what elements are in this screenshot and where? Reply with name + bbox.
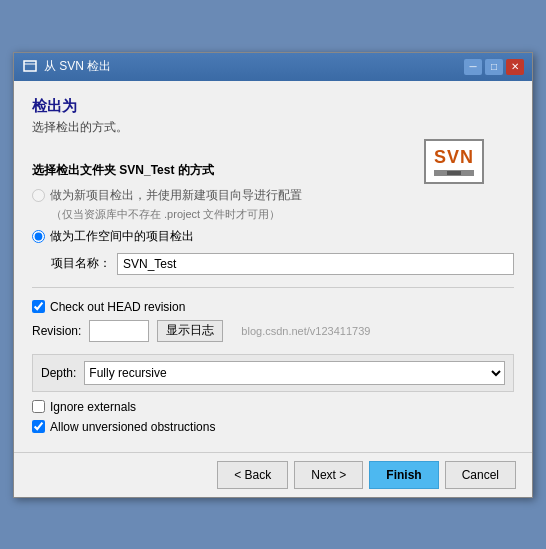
cancel-button[interactable]: Cancel [445, 461, 516, 489]
radio-new-project[interactable] [32, 189, 45, 202]
next-button[interactable]: Next > [294, 461, 363, 489]
radio-workspace-label: 做为工作空间中的项目检出 [50, 228, 194, 245]
depth-row: Depth: Fully recursive Immediate childre… [32, 354, 514, 392]
window-title: 从 SVN 检出 [44, 58, 111, 75]
head-revision-label: Check out HEAD revision [50, 300, 185, 314]
dialog-footer: < Back Next > Finish Cancel [14, 452, 532, 497]
main-window: 从 SVN 检出 ─ □ ✕ 检出为 选择检出的方式。 SVN 选择检 [13, 52, 533, 498]
finish-button[interactable]: Finish [369, 461, 438, 489]
radio-new-project-label: 做为新项目检出，并使用新建项目向导进行配置 [50, 187, 302, 204]
dialog-content: 检出为 选择检出的方式。 SVN 选择检出文件夹 SVN_Test 的方式 做为… [14, 81, 532, 452]
back-button[interactable]: < Back [217, 461, 288, 489]
revision-label: Revision: [32, 324, 81, 338]
depth-select[interactable]: Fully recursive Immediate children Only … [84, 361, 505, 385]
divider-1 [32, 287, 514, 288]
show-log-button[interactable]: 显示日志 [157, 320, 223, 342]
head-revision-checkbox[interactable] [32, 300, 45, 313]
allow-unversioned-checkbox[interactable] [32, 420, 45, 433]
revision-input[interactable] [89, 320, 149, 342]
page-title: 检出为 [32, 97, 514, 116]
allow-unversioned-label: Allow unversioned obstructions [50, 420, 215, 434]
depth-label: Depth: [41, 366, 76, 380]
watermark-text: blog.csdn.net/v123411739 [241, 325, 370, 337]
ignore-externals-label: Ignore externals [50, 400, 136, 414]
revision-row: Revision: 显示日志 blog.csdn.net/v123411739 [32, 320, 514, 342]
radio-workspace[interactable] [32, 230, 45, 243]
ignore-externals-row: Ignore externals [32, 400, 514, 414]
window-controls: ─ □ ✕ [464, 59, 524, 75]
maximize-button[interactable]: □ [485, 59, 503, 75]
close-button[interactable]: ✕ [506, 59, 524, 75]
window-icon [22, 59, 38, 75]
radio-new-project-sub: （仅当资源库中不存在 .project 文件时才可用） [51, 207, 514, 222]
head-revision-row: Check out HEAD revision [32, 300, 514, 314]
radio-option-new-project[interactable]: 做为新项目检出，并使用新建项目向导进行配置 [32, 187, 514, 204]
project-name-row: 项目名称： [51, 253, 514, 275]
allow-unversioned-row: Allow unversioned obstructions [32, 420, 514, 434]
page-subtitle: 选择检出的方式。 [32, 119, 514, 136]
radio-option-workspace[interactable]: 做为工作空间中的项目检出 [32, 228, 514, 245]
svn-logo: SVN [424, 139, 484, 184]
ignore-externals-checkbox[interactable] [32, 400, 45, 413]
title-bar: 从 SVN 检出 ─ □ ✕ [14, 53, 532, 81]
svg-rect-0 [24, 61, 36, 71]
project-name-label: 项目名称： [51, 255, 111, 272]
project-name-input[interactable] [117, 253, 514, 275]
minimize-button[interactable]: ─ [464, 59, 482, 75]
